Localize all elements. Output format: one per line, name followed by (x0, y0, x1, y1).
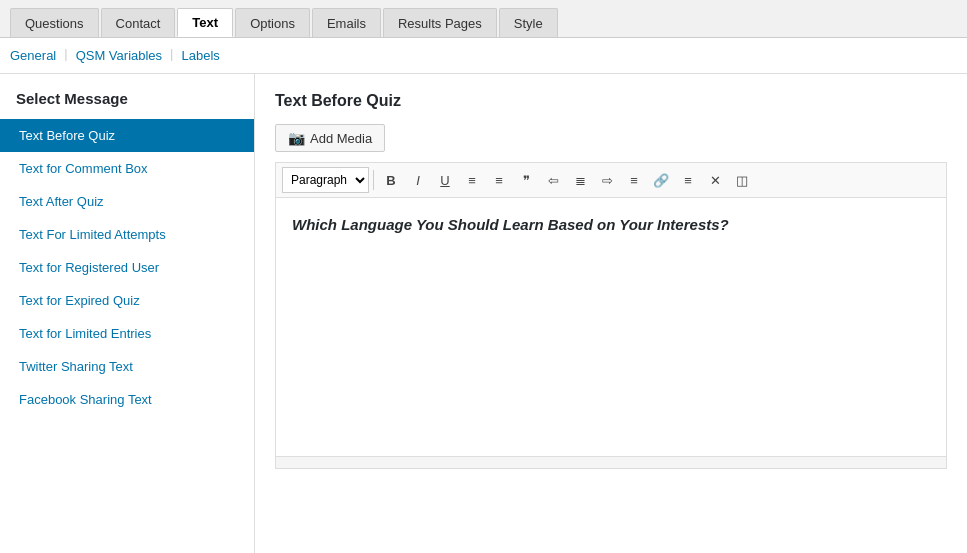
align-right-button[interactable]: ⇨ (594, 167, 620, 193)
tab-options[interactable]: Options (235, 8, 310, 37)
sub-nav-bar: General | QSM Variables | Labels (0, 38, 967, 74)
tab-style[interactable]: Style (499, 8, 558, 37)
tab-text[interactable]: Text (177, 8, 233, 37)
sidebar-item-text-before-quiz[interactable]: Text Before Quiz (0, 119, 254, 152)
link-button[interactable]: 🔗 (648, 167, 674, 193)
toolbar-sep-1 (373, 170, 374, 190)
sidebar-title: Select Message (0, 90, 254, 119)
underline-button[interactable]: U (432, 167, 458, 193)
add-media-label: Add Media (310, 131, 372, 146)
align-justify-button[interactable]: ≡ (621, 167, 647, 193)
table-button[interactable]: ◫ (729, 167, 755, 193)
editor-title: Text Before Quiz (275, 92, 947, 110)
sidebar-item-facebook-sharing[interactable]: Facebook Sharing Text (0, 383, 254, 416)
sidebar: Select Message Text Before Quiz Text for… (0, 74, 255, 553)
unordered-list-button[interactable]: ≡ (459, 167, 485, 193)
sub-nav-general[interactable]: General (10, 46, 56, 65)
sidebar-item-text-for-registered-user[interactable]: Text for Registered User (0, 251, 254, 284)
align-center-button[interactable]: ≣ (567, 167, 593, 193)
ordered-list-button[interactable]: ≡ (486, 167, 512, 193)
sub-nav-labels[interactable]: Labels (182, 46, 220, 65)
tab-contact[interactable]: Contact (101, 8, 176, 37)
tab-results-pages[interactable]: Results Pages (383, 8, 497, 37)
blockquote-button[interactable]: ❞ (513, 167, 539, 193)
sub-nav-sep-2: | (170, 46, 173, 65)
sidebar-item-twitter-sharing[interactable]: Twitter Sharing Text (0, 350, 254, 383)
editor-content-text: Which Language You Should Learn Based on… (292, 214, 930, 237)
sidebar-item-text-after-quiz[interactable]: Text After Quiz (0, 185, 254, 218)
top-tab-bar: Questions Contact Text Options Emails Re… (0, 0, 967, 38)
sidebar-item-text-for-limited-entries[interactable]: Text for Limited Entries (0, 317, 254, 350)
fullscreen-button[interactable]: ✕ (702, 167, 728, 193)
italic-button[interactable]: I (405, 167, 431, 193)
sidebar-item-text-for-comment-box[interactable]: Text for Comment Box (0, 152, 254, 185)
align-left-button[interactable]: ⇦ (540, 167, 566, 193)
editor-toolbar: Paragraph B I U ≡ ≡ ❞ ⇦ ≣ ⇨ ≡ 🔗 ≡ ✕ ◫ (275, 162, 947, 197)
bold-button[interactable]: B (378, 167, 404, 193)
editor-content[interactable]: Which Language You Should Learn Based on… (275, 197, 947, 457)
tab-emails[interactable]: Emails (312, 8, 381, 37)
sub-nav-sep-1: | (64, 46, 67, 65)
tab-questions[interactable]: Questions (10, 8, 99, 37)
sidebar-item-text-for-expired-quiz[interactable]: Text for Expired Quiz (0, 284, 254, 317)
editor-scrollbar[interactable] (275, 457, 947, 469)
add-media-icon: 📷 (288, 130, 305, 146)
add-media-button[interactable]: 📷 Add Media (275, 124, 385, 152)
main-container: Select Message Text Before Quiz Text for… (0, 74, 967, 553)
editor-area: Text Before Quiz 📷 Add Media Paragraph B… (255, 74, 967, 553)
horizontal-rule-button[interactable]: ≡ (675, 167, 701, 193)
paragraph-select[interactable]: Paragraph (282, 167, 369, 193)
sidebar-item-text-for-limited-attempts[interactable]: Text For Limited Attempts (0, 218, 254, 251)
sub-nav-qsm-variables[interactable]: QSM Variables (76, 46, 162, 65)
